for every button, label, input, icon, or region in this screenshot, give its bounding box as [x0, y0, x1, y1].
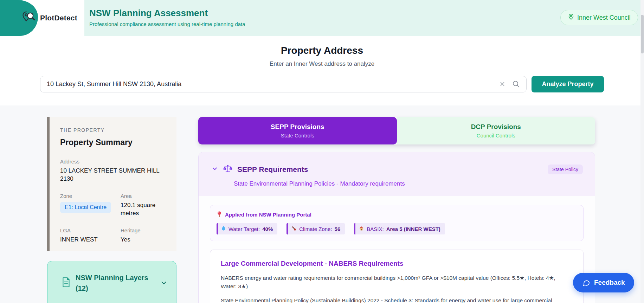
search-row: Analyze Property: [40, 76, 604, 92]
zone-field: Zone E1: Local Centre: [60, 193, 117, 218]
address-value: 10 LACKEY STREET SUMMER HILL 2130: [60, 167, 167, 183]
heritage-label: Heritage: [121, 227, 167, 233]
summary-eyebrow: THE PROPERTY: [60, 127, 167, 133]
search-icon[interactable]: [512, 80, 520, 90]
heritage-field: Heritage Yes: [121, 227, 167, 244]
heritage-value: Yes: [121, 236, 167, 244]
water-drop-icon: [221, 225, 226, 232]
water-target-chip: Water Target: 40%: [217, 223, 277, 234]
tab-sepp-label: SEPP Provisions: [271, 123, 324, 131]
document-icon: [62, 277, 71, 289]
tab-dcp-label: DCP Provisions: [471, 123, 521, 131]
address-field: Address 10 LACKEY STREET SUMMER HILL 213…: [60, 159, 167, 183]
layers-panel-title: NSW Planning Layers (12): [76, 272, 155, 294]
lga-heritage-row: LGA INNER WEST Heritage Yes: [60, 227, 167, 244]
tab-sepp-provisions[interactable]: SEPP Provisions State Controls: [198, 117, 397, 144]
climate-zone-chip: Climate Zone: 56: [286, 223, 345, 234]
property-summary-card: THE PROPERTY Property Summary Address 10…: [47, 117, 176, 251]
sepp-section-title: SEPP Requirements: [237, 165, 543, 174]
chip-label: BASIX:: [367, 226, 384, 232]
section-subheading: Enter an Inner West address to analyze: [0, 60, 644, 67]
address-input-wrap: [40, 76, 527, 92]
portal-chips: Water Target: 40% Climate Zone: 56: [217, 223, 577, 234]
lga-label: LGA: [60, 227, 117, 233]
address-input[interactable]: [40, 76, 527, 92]
requirement-title: Large Commercial Development - NABERS Re…: [221, 260, 573, 267]
address-label: Address: [60, 159, 167, 165]
requirement-body: NABERS energy and water rating requireme…: [221, 274, 572, 291]
tab-sepp-sublabel: State Controls: [281, 133, 314, 138]
sepp-requirements-card: SEPP Requirements State Policy State Env…: [198, 152, 595, 303]
council-badge[interactable]: Inner West Council: [560, 10, 638, 25]
chip-value: 40%: [262, 226, 273, 232]
council-badge-label: Inner West Council: [577, 14, 631, 21]
provision-tabs: SEPP Provisions State Controls DCP Provi…: [198, 117, 595, 144]
zone-label: Zone: [60, 193, 117, 199]
clear-input-icon[interactable]: [498, 80, 506, 89]
chip-label: Climate Zone:: [299, 226, 332, 232]
portal-box-title: Applied from NSW Planning Portal: [225, 212, 311, 218]
chip-value: Area 5 (INNER WEST): [386, 226, 440, 232]
summary-title: Property Summary: [60, 138, 167, 147]
chevron-down-icon: [160, 279, 168, 288]
nabers-requirement-card: Large Commercial Development - NABERS Re…: [210, 250, 584, 303]
lga-field: LGA INNER WEST: [60, 227, 117, 244]
chip-value: 56: [335, 226, 341, 232]
feedback-button[interactable]: Feedback: [573, 273, 634, 292]
page-subtitle: Professional compliance assessment using…: [89, 21, 245, 27]
plotdetect-pin-magnifier-icon: [21, 9, 37, 26]
area-label: Area: [121, 193, 167, 199]
page-title: NSW Planning Assessment: [89, 8, 208, 19]
planning-portal-box: Applied from NSW Planning Portal Water T…: [210, 205, 584, 241]
scales-of-justice-icon: [223, 164, 232, 175]
requirement-source: State Environmental Planning Policy (Sus…: [221, 296, 572, 303]
app-header: PlotDetect NSW Planning Assessment Profe…: [0, 0, 644, 36]
brand-logo[interactable]: PlotDetect: [21, 0, 77, 36]
lga-value: INNER WEST: [60, 236, 117, 244]
house-icon: [359, 226, 364, 232]
zone-area-row: Zone E1: Local Centre Area 120.1 square …: [60, 193, 167, 218]
chip-label: Water Target:: [228, 226, 260, 232]
chevron-down-icon[interactable]: [211, 165, 218, 174]
sepp-section-header[interactable]: SEPP Requirements State Policy State Env…: [199, 152, 595, 196]
scrollbar-track[interactable]: [640, 0, 644, 303]
feedback-label: Feedback: [594, 279, 625, 286]
scrollbar-thumb[interactable]: [641, 15, 644, 53]
pushpin-icon: [217, 211, 222, 218]
thermometer-icon: [291, 226, 297, 232]
basix-chip: BASIX: Area 5 (INNER WEST): [354, 223, 445, 234]
area-value: 120.1 square metres: [121, 201, 166, 218]
brand-name: PlotDetect: [40, 14, 77, 22]
state-policy-badge: State Policy: [548, 165, 583, 174]
section-heading: Property Address: [0, 45, 644, 56]
area-field: Area 120.1 square metres: [121, 193, 167, 218]
nsw-planning-layers-panel[interactable]: NSW Planning Layers (12): [47, 261, 176, 303]
property-address-section: Property Address Enter an Inner West add…: [0, 36, 644, 105]
location-pin-icon: [568, 13, 574, 22]
tab-dcp-sublabel: Council Controls: [477, 133, 515, 138]
analyze-property-button[interactable]: Analyze Property: [532, 76, 604, 92]
sepp-section-subtitle: State Environmental Planning Policies - …: [234, 180, 583, 187]
zone-badge: E1: Local Centre: [60, 202, 111, 213]
speech-bubble-icon: [582, 279, 590, 287]
tab-dcp-provisions[interactable]: DCP Provisions Council Controls: [397, 117, 595, 144]
